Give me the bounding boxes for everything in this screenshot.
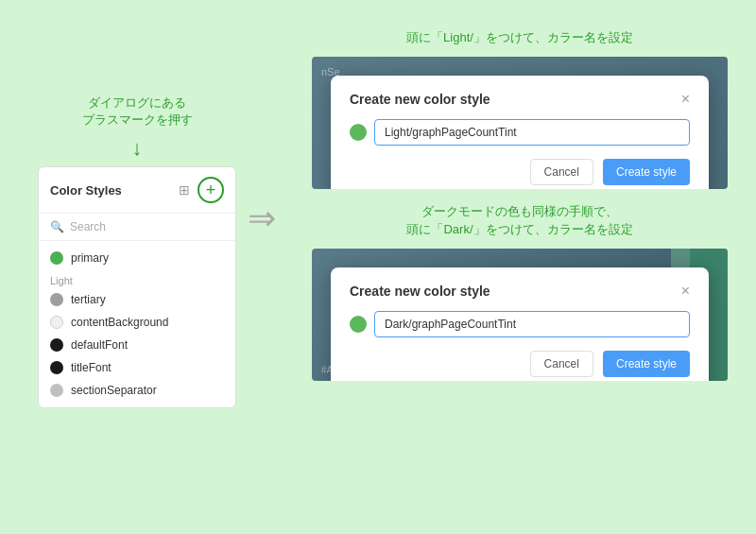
color-swatch [50,293,63,306]
color-swatch [50,338,63,352]
cancel-button-2[interactable]: Cancel [530,351,593,377]
bottom-modal: Create new color style × Cancel Create s… [331,267,709,381]
color-swatch [50,251,63,265]
style-name-input[interactable] [374,119,690,146]
add-style-button[interactable]: + [198,177,224,203]
top-dialog-background: nSe Create new color style × Cancel Crea… [312,57,728,189]
color-swatch [50,361,63,374]
right-arrow-icon: ⇒ [248,198,276,238]
bottom-dialog-background: #ASBDA? Create new color style × Cancel … [312,249,728,381]
style-name: primary [71,251,109,265]
bottom-right-annotation: ダークモードの色も同様の手順で、 頭に「Dark/」をつけて、カラー名を設定 [312,202,728,239]
style-name-input-2[interactable] [374,311,690,337]
color-preview-2 [350,316,367,333]
create-style-button-2[interactable]: Create style [603,351,690,377]
color-swatch [50,384,63,397]
top-modal: Create new color style × Cancel Create s… [331,76,709,189]
search-row: 🔍 Search [39,214,235,241]
color-styles-header: Color Styles ⊞ + [39,167,235,214]
modal-header-2: Create new color style × [350,283,690,300]
color-swatch [50,316,63,329]
modal-input-row-2 [350,311,690,337]
modal-input-row [350,119,690,146]
modal-header: Create new color style × [350,91,690,108]
grid-icon: ⊞ [179,182,190,198]
right-side: 頭に「Light/」をつけて、カラー名を設定 nSe Create new co… [312,28,728,381]
section-label: Light [39,269,235,288]
create-style-button[interactable]: Create style [603,159,690,185]
search-placeholder: Search [70,220,106,233]
list-item: defaultFont [39,334,235,356]
style-name: defaultFont [71,338,128,352]
style-name: contentBackground [71,316,168,329]
close-icon[interactable]: × [681,91,690,108]
style-name: titleFont [71,361,112,374]
list-item: contentBackground [39,311,235,334]
color-styles-panel: Color Styles ⊞ + 🔍 Search primary Light … [38,166,236,408]
arrow-down-icon: ↓ [38,136,236,161]
left-panel: ダイアログにある プラスマークを押す ↓ Color Styles ⊞ + 🔍 … [38,95,236,408]
styles-list: primary Light tertiary contentBackground… [39,241,235,407]
annotation-top-left: ダイアログにある プラスマークを押す [38,95,236,129]
list-item: tertiary [39,288,235,311]
style-name: sectionSeparator [71,384,157,397]
modal-buttons-2: Cancel Create style [350,351,690,377]
header-icons: ⊞ + [179,177,224,203]
search-icon: 🔍 [50,220,64,233]
close-icon-2[interactable]: × [681,283,690,300]
color-preview [350,124,367,141]
color-styles-title: Color Styles [50,183,122,198]
list-item: titleFont [39,356,235,379]
cancel-button[interactable]: Cancel [530,159,593,185]
list-item: sectionSeparator [39,379,235,402]
style-name: tertiary [71,293,106,306]
list-item: primary [39,247,235,269]
modal-title-2: Create new color style [350,284,490,299]
top-right-annotation: 頭に「Light/」をつけて、カラー名を設定 [312,28,728,47]
modal-title: Create new color style [350,92,490,107]
modal-buttons: Cancel Create style [350,159,690,185]
